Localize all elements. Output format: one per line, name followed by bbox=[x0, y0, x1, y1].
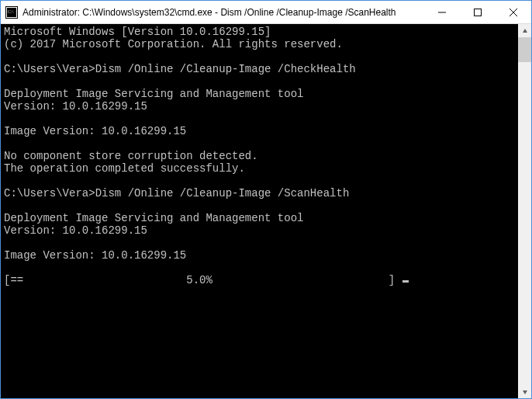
svg-marker-8 bbox=[523, 29, 527, 33]
console-output[interactable]: Microsoft Windows [Version 10.0.16299.15… bbox=[1, 24, 518, 398]
maximize-button[interactable] bbox=[460, 1, 496, 23]
svg-text:C:\: C:\ bbox=[8, 9, 14, 14]
progress-bar: [== 5.0% ] bbox=[4, 274, 401, 286]
line-image-version2: Image Version: 10.0.16299.15 bbox=[4, 249, 186, 262]
line-result1a: No component store corruption detected. bbox=[4, 150, 258, 162]
prompt-2: C:\Users\Vera> bbox=[4, 187, 95, 200]
svg-marker-9 bbox=[523, 390, 527, 394]
minimize-button[interactable] bbox=[424, 1, 460, 23]
window-title: Administrator: C:\Windows\system32\cmd.e… bbox=[22, 7, 424, 18]
scrollbar-thumb[interactable] bbox=[518, 37, 531, 62]
svg-rect-5 bbox=[475, 9, 482, 16]
titlebar[interactable]: C:\ Administrator: C:\Windows\system32\c… bbox=[1, 1, 531, 24]
line-copyright: (c) 2017 Microsoft Corporation. All righ… bbox=[4, 38, 343, 50]
window-controls bbox=[424, 1, 531, 23]
command-1: Dism /Online /Cleanup-Image /CheckHealth bbox=[95, 63, 356, 75]
scroll-down-button[interactable] bbox=[518, 385, 531, 398]
line-image-version: Image Version: 10.0.16299.15 bbox=[4, 125, 186, 137]
scrollbar-track[interactable] bbox=[518, 37, 531, 385]
close-button[interactable] bbox=[496, 1, 531, 23]
line-tool: Deployment Image Servicing and Managemen… bbox=[4, 88, 303, 100]
line-winver: Microsoft Windows [Version 10.0.16299.15… bbox=[4, 26, 271, 38]
cmd-window: C:\ Administrator: C:\Windows\system32\c… bbox=[0, 0, 532, 399]
line-version2: Version: 10.0.16299.15 bbox=[4, 224, 147, 237]
line-version: Version: 10.0.16299.15 bbox=[4, 100, 147, 113]
line-result1b: The operation completed successfully. bbox=[4, 162, 245, 175]
console-area: Microsoft Windows [Version 10.0.16299.15… bbox=[1, 24, 531, 398]
line-tool2: Deployment Image Servicing and Managemen… bbox=[4, 212, 303, 224]
command-2: Dism /Online /Cleanup-Image /ScanHealth bbox=[95, 187, 350, 200]
scroll-up-button[interactable] bbox=[518, 24, 531, 37]
vertical-scrollbar[interactable] bbox=[518, 24, 531, 398]
prompt-1: C:\Users\Vera> bbox=[4, 63, 95, 75]
cursor-icon bbox=[402, 280, 409, 283]
cmd-icon: C:\ bbox=[5, 6, 18, 19]
